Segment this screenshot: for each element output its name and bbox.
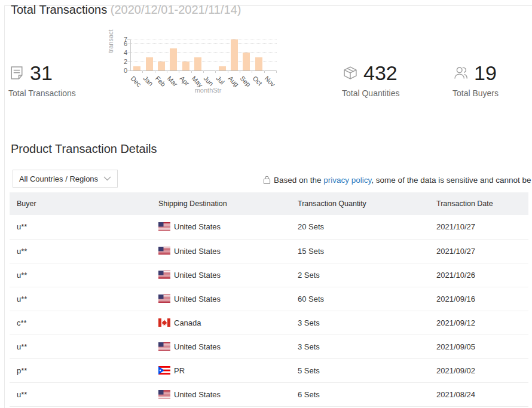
buyer-cell: u** <box>10 335 151 358</box>
country-flag-icon <box>158 247 170 255</box>
chart-y-tick-label: 7 <box>112 36 127 43</box>
chart-x-tick-label: Jul <box>215 75 225 85</box>
chart-y-tick-label: 0 <box>112 67 127 74</box>
quantity-cell: 3 Sets <box>291 311 429 335</box>
destination-label: United States <box>174 390 221 399</box>
chart-x-tick-label: Dec <box>130 75 143 88</box>
privacy-text-suffix: , some of the data is sensitive and cann… <box>371 176 531 185</box>
chart-y-tick-label: 4 <box>112 49 127 56</box>
chart-x-tick-label: Feb <box>154 75 167 88</box>
chart-x-tick-label: Aug <box>227 75 240 88</box>
destination-label: United States <box>174 247 221 256</box>
buyer-cell: u** <box>10 215 151 239</box>
destination-label: United States <box>174 342 221 351</box>
date-cell: 2021/10/26 <box>429 263 528 287</box>
privacy-policy-link[interactable]: privacy policy <box>323 176 371 185</box>
package-icon <box>342 64 359 82</box>
chart-x-tick <box>264 70 265 73</box>
buyer-cell: u** <box>10 382 151 406</box>
column-header-transaction-quantity: Transaction Quantity <box>291 192 429 215</box>
destination-label: PR <box>174 366 185 375</box>
stat-label: Total Buyers <box>452 88 499 98</box>
chart-y-tick <box>127 70 130 71</box>
stat-value: 19 <box>474 62 497 84</box>
section-title: Product Transaction Details <box>11 142 157 156</box>
chart-x-tick <box>215 70 216 73</box>
table-row: u** United States 6 Sets 2021/08/24 <box>10 382 528 406</box>
date-cell: 2021/09/12 <box>429 311 528 335</box>
table-row: c** Canada 3 Sets 2021/09/12 <box>10 311 528 335</box>
chart-bar <box>170 48 177 70</box>
chart-bar <box>133 66 140 70</box>
destination-cell: United States <box>151 239 291 263</box>
date-cell: 2021/09/05 <box>429 335 528 358</box>
stat-label: Total Transactions <box>8 88 76 98</box>
quantity-cell: 6 Sets <box>291 382 429 406</box>
destination-cell: United States <box>151 335 291 358</box>
country-flag-icon <box>158 271 170 279</box>
chart-x-tick <box>252 70 252 73</box>
chart-y-tick <box>127 62 130 62</box>
date-range: (2020/12/01-2021/11/14) <box>111 3 241 16</box>
table-row: p** PR 5 Sets 2021/09/02 <box>10 358 528 382</box>
chart-x-axis-name: monthStr <box>187 87 229 94</box>
country-flag-icon <box>158 222 170 231</box>
country-flag-icon <box>158 318 170 327</box>
table-header-row: Buyer Shipping Destination Transaction Q… <box>10 192 528 215</box>
chart-bar <box>194 57 201 70</box>
destination-label: Canada <box>174 318 201 327</box>
chart-x-tick <box>179 70 179 73</box>
chart-x-tick <box>142 70 143 73</box>
country-filter-value: All Countries / Regions <box>19 174 98 183</box>
chart-x-tick-label: Nov <box>263 75 276 88</box>
chart-y-tick <box>127 53 130 53</box>
chart-x-tick-label: Apr <box>178 75 191 87</box>
chart-x-tick-label: Mar <box>166 75 179 88</box>
buyer-cell: u** <box>10 263 151 287</box>
table-row: u** United States 60 Sets 2021/09/16 <box>10 287 528 311</box>
destination-cell: United States <box>151 215 291 239</box>
chart-bar <box>219 66 226 70</box>
chart-x-tick <box>191 70 192 73</box>
date-cell: 2021/09/16 <box>429 287 528 311</box>
stat-label: Total Quantities <box>342 88 400 98</box>
table-row: u** United States 20 Sets 2021/10/27 <box>10 215 528 239</box>
table-row: u** United States 2 Sets 2021/10/26 <box>10 263 528 287</box>
destination-cell: United States <box>151 263 291 287</box>
chevron-down-icon <box>103 176 111 181</box>
country-flag-icon <box>158 366 170 375</box>
buyer-cell: u** <box>10 239 151 263</box>
chart-y-tick <box>127 44 130 44</box>
stat-total-buyers: 19 Total Buyers <box>452 62 499 98</box>
page-title-text: Total Transactions <box>11 3 107 16</box>
transactions-table: Buyer Shipping Destination Transaction Q… <box>10 192 528 407</box>
chart-bar <box>146 57 153 70</box>
privacy-note: Based on the privacy policy, some of the… <box>263 175 532 188</box>
buyer-cell: u** <box>10 287 151 311</box>
chart-x-tick <box>228 70 228 73</box>
stat-total-quantities: 432 Total Quantities <box>342 62 400 98</box>
country-flag-icon <box>158 390 170 398</box>
buyer-cell: p** <box>10 358 151 382</box>
quantity-cell: 2 Sets <box>291 263 429 287</box>
chart-bar <box>182 62 189 70</box>
lock-icon <box>263 175 271 188</box>
destination-cell: Canada <box>151 311 291 335</box>
document-icon <box>8 64 25 82</box>
buyers-icon <box>452 64 469 82</box>
date-cell: 2021/09/02 <box>429 358 528 382</box>
country-filter-dropdown[interactable]: All Countries / Regions <box>13 170 118 188</box>
quantity-cell: 15 Sets <box>291 239 429 263</box>
chart-bar <box>158 62 165 70</box>
country-flag-icon <box>158 342 170 351</box>
bar-chart: transact monthStr 02467DecJanFebMarAprMa… <box>105 24 290 108</box>
chart-x-tick <box>155 70 155 73</box>
chart-bar <box>255 57 262 70</box>
chart-gridline <box>131 39 277 39</box>
quantity-cell: 60 Sets <box>291 287 429 311</box>
quantity-cell: 20 Sets <box>291 215 429 239</box>
destination-label: United States <box>174 222 221 231</box>
column-header-transaction-date: Transaction Date <box>429 192 528 215</box>
quantity-cell: 3 Sets <box>291 335 429 358</box>
chart-x-tick <box>240 70 240 73</box>
